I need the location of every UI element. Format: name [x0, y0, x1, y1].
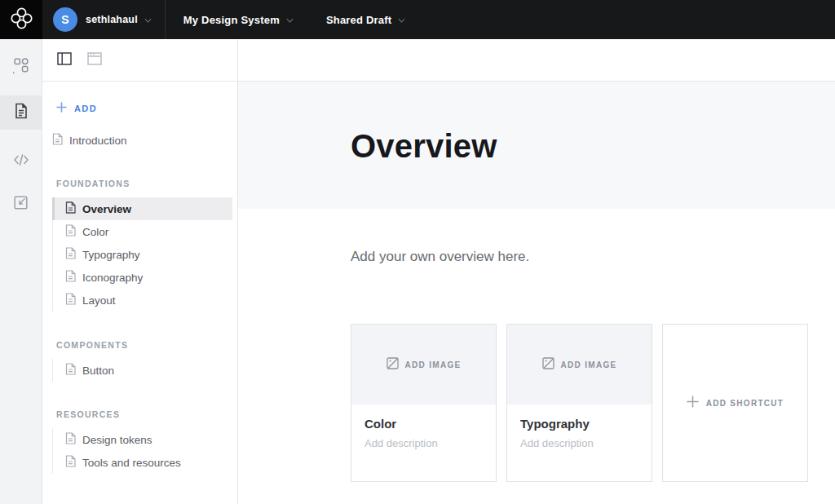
page-icon: [14, 103, 29, 122]
add-image-button[interactable]: ADD IMAGE: [507, 325, 652, 405]
shortcut-cards: ADD IMAGE Color Add description: [351, 324, 835, 482]
version-name: Shared Draft: [326, 14, 391, 26]
pages-sidebar: ADD Introduction FOUNDATIONS: [42, 39, 238, 504]
document-icon: [65, 432, 76, 448]
image-icon: [542, 357, 554, 373]
sidebar-item-layout[interactable]: Layout: [53, 289, 232, 312]
page-body: Add your own overview here. AD: [238, 209, 835, 482]
sidebar-item-design-tokens[interactable]: Design tokens: [53, 428, 232, 451]
add-page-label: ADD: [74, 104, 97, 113]
page-content: Overview Add your own overview here.: [238, 39, 835, 504]
image-icon: [387, 357, 399, 373]
add-page-button[interactable]: ADD: [42, 82, 237, 116]
add-shortcut-button[interactable]: ADD SHORTCUT: [662, 324, 808, 482]
avatar-initial: S: [61, 13, 68, 26]
clover-logo-icon: [11, 7, 33, 33]
section-title: COMPONENTS: [42, 340, 237, 350]
section-item-group: Overview Color: [52, 197, 237, 312]
toggle-sidebar-button[interactable]: [57, 52, 72, 69]
page-hero: Overview: [238, 82, 835, 209]
sidebar-item-color[interactable]: Color: [53, 220, 232, 243]
document-icon: [65, 224, 76, 240]
app-window: S sethlahaul My Design System Shared Dra…: [0, 0, 835, 504]
card-body: Color Add description: [351, 405, 496, 449]
rail-code-button[interactable]: [0, 144, 42, 179]
section-title: RESOURCES: [42, 409, 237, 419]
document-icon: [65, 201, 76, 217]
sidebar-item-label: Iconography: [82, 272, 143, 284]
sidebar-item-label: Introduction: [69, 135, 127, 147]
panel-top-icon: [87, 52, 102, 69]
app-body: ADD Introduction FOUNDATIONS: [0, 39, 835, 504]
sidebar-section-resources: RESOURCES Design tokens: [42, 409, 237, 474]
section-title: FOUNDATIONS: [42, 179, 237, 188]
plus-icon: [687, 396, 699, 411]
sidebar-item-introduction[interactable]: Introduction: [42, 129, 237, 152]
add-shortcut-label: ADD SHORTCUT: [706, 399, 784, 408]
avatar: S: [53, 7, 77, 32]
toggle-header-button[interactable]: [87, 52, 102, 69]
app-logo[interactable]: [0, 0, 42, 39]
plus-icon: [56, 101, 67, 116]
sidebar-item-iconography[interactable]: Iconography: [53, 266, 232, 289]
sidebar-item-label: Color: [82, 226, 108, 238]
edit-icon: [13, 195, 29, 214]
user-name: sethlahaul: [86, 14, 138, 25]
document-icon: [65, 293, 76, 308]
chevron-down-icon: [399, 15, 405, 21]
code-icon: [13, 153, 29, 170]
section-item-group: Button: [52, 359, 237, 382]
add-image-button[interactable]: ADD IMAGE: [351, 325, 496, 405]
document-icon: [52, 133, 63, 148]
sidebar-tree: ADD Introduction FOUNDATIONS: [42, 82, 237, 474]
user-menu[interactable]: S sethlahaul: [42, 0, 165, 39]
sidebar-item-tools-and-resources[interactable]: Tools and resources: [53, 451, 232, 474]
shortcut-card-color[interactable]: ADD IMAGE Color Add description: [351, 324, 497, 482]
sidebar-item-overview[interactable]: Overview: [53, 197, 232, 220]
add-image-label: ADD IMAGE: [405, 360, 462, 369]
project-menu[interactable]: My Design System: [166, 0, 308, 39]
sidebar-header: [42, 39, 237, 82]
document-icon: [65, 270, 76, 285]
chevron-down-icon: [287, 15, 294, 21]
blocks-icon: [13, 57, 29, 77]
page-title[interactable]: Overview: [351, 128, 835, 165]
sidebar-section-components: COMPONENTS Button: [42, 340, 237, 382]
icon-rail: [0, 39, 42, 504]
rail-styleguides-button[interactable]: [0, 50, 42, 84]
sidebar-item-label: Button: [82, 365, 114, 377]
project-name: My Design System: [183, 14, 280, 26]
chevron-down-icon: [145, 15, 152, 21]
document-icon: [65, 455, 76, 471]
sidebar-item-label: Typography: [82, 249, 140, 261]
card-body: Typography Add description: [507, 405, 652, 449]
version-menu[interactable]: Shared Draft: [308, 0, 420, 39]
page-toolbar-strip: [238, 39, 835, 82]
sidebar-item-label: Design tokens: [82, 434, 152, 446]
card-title: Typography: [520, 417, 638, 431]
sidebar-item-label: Tools and resources: [82, 457, 181, 469]
add-image-label: ADD IMAGE: [561, 360, 617, 369]
sidebar-item-button[interactable]: Button: [53, 359, 232, 382]
card-title: Color: [364, 417, 483, 431]
card-description-placeholder[interactable]: Add description: [520, 437, 638, 449]
shortcut-card-typography[interactable]: ADD IMAGE Typography Add description: [506, 324, 652, 482]
card-description-placeholder[interactable]: Add description: [364, 437, 483, 449]
section-item-group: Design tokens Tools and resources: [52, 428, 237, 474]
sidebar-section-foundations: FOUNDATIONS Overview: [42, 179, 237, 312]
panel-left-icon: [57, 52, 72, 69]
overview-placeholder-text[interactable]: Add your own overview here.: [351, 249, 835, 265]
rail-edit-button[interactable]: [0, 187, 42, 221]
rail-pages-button[interactable]: [0, 95, 42, 130]
sidebar-item-label: Overview: [82, 203, 131, 215]
document-icon: [65, 363, 76, 378]
topbar: S sethlahaul My Design System Shared Dra…: [0, 0, 835, 39]
sidebar-item-typography[interactable]: Typography: [53, 243, 232, 266]
sidebar-item-label: Layout: [82, 294, 116, 307]
document-icon: [65, 247, 76, 263]
